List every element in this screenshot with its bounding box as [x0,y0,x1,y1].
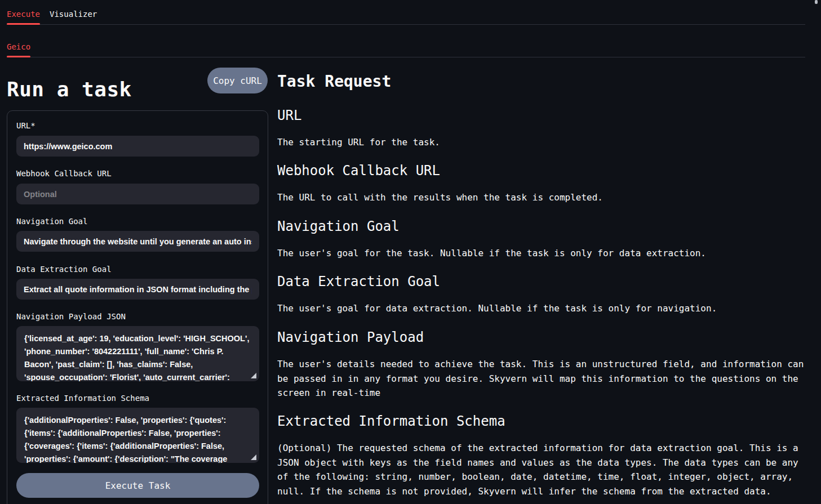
resize-handle-icon[interactable] [251,454,256,460]
navigation-payload-label: Navigation Payload JSON [16,312,126,322]
doc-heading-url: URL [277,107,807,124]
tab-execute[interactable]: Execute [7,8,40,20]
scrollbar-thumb[interactable] [815,0,818,4]
extracted-schema-textarea[interactable]: {'additionalProperties': False, 'propert… [16,408,259,463]
extracted-schema-wrapper: {'additionalProperties': False, 'propert… [16,408,259,463]
extracted-schema-label: Extracted Information Schema [16,394,149,403]
subtab-bar-divider [7,57,805,57]
page-title: Run a task [7,77,132,102]
doc-heading-data-extraction-goal: Data Extraction Goal [277,273,807,290]
doc-heading-navigation-goal: Navigation Goal [277,218,807,235]
doc-heading-navigation-payload: Navigation Payload [277,329,807,346]
doc-heading-webhook: Webhook Callback URL [277,162,807,179]
doc-body-navigation-goal: The user's goal for the task. Nullable i… [277,246,807,261]
tab-visualizer[interactable]: Visualizer [50,8,97,20]
doc-body-extracted-schema: (Optional) The requested schema of the e… [277,441,807,498]
doc-section-url: URL The starting URL for the task. [277,107,807,150]
navigation-payload-wrapper: {'licensed_at_age': 19, 'education_level… [16,326,259,381]
data-extraction-goal-input[interactable] [16,279,259,300]
url-input[interactable] [16,136,259,157]
url-field-label: URL* [16,121,35,131]
active-tab-underline [7,23,40,25]
execute-task-button[interactable]: Execute Task [16,473,259,498]
resize-handle-icon[interactable] [251,373,256,378]
doc-body-data-extraction-goal: The user's goal for data extraction. Nul… [277,301,807,316]
data-extraction-goal-label: Data Extraction Goal [16,265,112,274]
doc-section-webhook: Webhook Callback URL The URL to call wit… [277,162,807,205]
doc-section-data-extraction-goal: Data Extraction Goal The user's goal for… [277,273,807,316]
copy-curl-button[interactable]: Copy cURL [207,68,268,93]
doc-body-navigation-payload: The user's details needed to achieve the… [277,357,807,400]
doc-section-navigation-payload: Navigation Payload The user's details ne… [277,329,807,400]
doc-body-url: The starting URL for the task. [277,135,807,150]
active-subtab-underline [7,56,30,57]
tab-bar-divider [7,24,805,25]
doc-section-extracted-schema: Extracted Information Schema (Optional) … [277,413,807,498]
navigation-payload-textarea[interactable]: {'licensed_at_age': 19, 'education_level… [16,326,259,381]
doc-heading-extracted-schema: Extracted Information Schema [277,413,807,430]
doc-section-navigation-goal: Navigation Goal The user's goal for the … [277,218,807,261]
doc-body-webhook: The URL to call with the results when th… [277,190,807,205]
navigation-goal-label: Navigation Goal [16,217,87,226]
navigation-goal-input[interactable] [16,231,259,252]
tab-geico[interactable]: Geico [7,41,30,52]
task-request-title: Task Request [277,72,391,91]
webhook-field-label: Webhook Callback URL [16,169,112,179]
webhook-callback-url-input[interactable] [16,184,259,204]
